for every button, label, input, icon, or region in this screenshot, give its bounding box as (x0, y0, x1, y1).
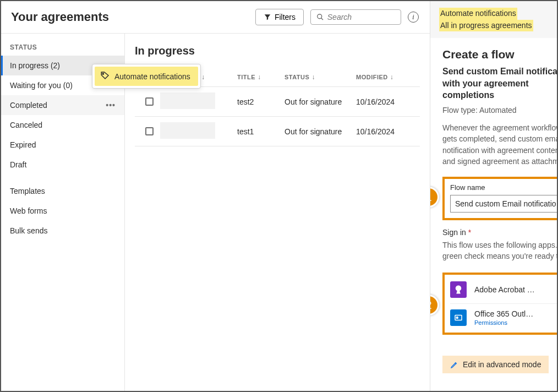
sort-icon: ↓ (201, 73, 205, 81)
sidebar-item-label: In progress (2) (10, 61, 60, 70)
automate-popup-label: Automate notifications (114, 72, 190, 81)
app-name: Office 365 Outl… (474, 309, 555, 318)
search-icon (316, 13, 324, 21)
side-panel: Automate notifications All in progress a… (430, 1, 558, 391)
signin-description: This flow uses the following apps. A gre… (442, 240, 558, 262)
row-checkbox[interactable] (145, 97, 154, 106)
apps-section: 2 Adobe Acrobat … ✓ Office 365 Outl… Per… (442, 273, 558, 335)
panel-context-2: All in progress agreements (439, 20, 533, 32)
table-row[interactable]: test1 Out for signature 10/16/2024 (135, 117, 420, 146)
tag-icon (100, 70, 110, 82)
outlook-icon (450, 309, 467, 326)
flow-name-label: Flow name (450, 183, 558, 192)
flow-name-input[interactable]: Send custom Email notificatio… (450, 195, 558, 213)
sidebar-item-bulksends[interactable]: Bulk sends (1, 221, 124, 241)
row-status: Out for signature (285, 127, 356, 136)
sidebar-item-label: Waiting for you (0) (10, 81, 73, 90)
adobe-icon (450, 281, 467, 298)
sidebar-item-label: Canceled (10, 121, 42, 129)
sidebar-item-webforms[interactable]: Web forms (1, 201, 124, 221)
panel-context-1: Automate notifications (439, 8, 517, 20)
automate-popup[interactable]: Automate notifications (92, 64, 201, 89)
row-title: test2 (237, 97, 285, 106)
flow-type: Flow type: Automated (442, 106, 558, 115)
status-label: STATUS (1, 39, 124, 56)
row-modified: 10/16/2024 (356, 97, 417, 106)
filter-icon (264, 13, 271, 21)
filters-label: Filters (275, 13, 296, 21)
panel-title: Create a flow (442, 48, 558, 61)
app-name: Adobe Acrobat … (474, 285, 555, 294)
signin-label: Sign in * (442, 228, 558, 237)
panel-subtitle: Send custom Email notification with your… (442, 66, 558, 101)
app-row-outlook[interactable]: Office 365 Outl… Permissions ✓ (450, 304, 558, 331)
search-box[interactable] (310, 9, 401, 25)
sidebar-item-label: Expired (10, 140, 36, 149)
sidebar-item-label: Web forms (10, 206, 47, 215)
sidebar-item-label: Draft (10, 160, 26, 169)
content-heading: In progress (135, 45, 420, 57)
page-title: Your agreements (11, 10, 109, 24)
edit-advanced-label: Edit in advanced mode (463, 360, 541, 369)
pencil-icon (450, 361, 458, 369)
row-status: Out for signature (285, 97, 356, 106)
col-modified[interactable]: MODIFIED↓ (356, 73, 417, 81)
edit-advanced-button[interactable]: Edit in advanced mode (442, 356, 549, 373)
svg-point-5 (456, 317, 459, 319)
row-title: test1 (237, 127, 285, 136)
row-modified: 10/16/2024 (356, 127, 417, 136)
callout-1: 1 (430, 187, 439, 208)
sidebar-item-draft[interactable]: Draft (1, 155, 124, 175)
filters-button[interactable]: Filters (255, 9, 304, 25)
row-checkbox[interactable] (145, 127, 154, 135)
col-status[interactable]: STATUS↓ (285, 73, 356, 81)
sidebar-item-label: Completed (10, 101, 47, 110)
app-row-adobe[interactable]: Adobe Acrobat … ✓ (450, 276, 558, 304)
sidebar-item-label: Templates (10, 187, 45, 195)
search-input[interactable] (327, 13, 395, 21)
sidebar-item-label: Bulk sends (10, 226, 47, 235)
sidebar-item-expired[interactable]: Expired (1, 135, 124, 155)
table-row[interactable]: test2 Out for signature 10/16/2024 (135, 87, 420, 117)
col-title[interactable]: TITLE↓ (237, 73, 285, 81)
sort-icon: ↓ (390, 73, 394, 81)
sidebar-item-templates[interactable]: Templates (1, 181, 124, 201)
flow-description: Whenever the agreement workflow gets com… (442, 122, 558, 167)
callout-2: 2 (430, 295, 439, 315)
svg-point-2 (102, 73, 103, 74)
svg-point-0 (318, 14, 322, 19)
sort-icon: ↓ (311, 73, 315, 81)
info-icon[interactable]: i (408, 12, 419, 23)
sidebar-item-canceled[interactable]: Canceled (1, 115, 124, 135)
permissions-link[interactable]: Permissions (474, 319, 555, 326)
sidebar-item-completed[interactable]: Completed ••• (1, 95, 124, 115)
content-area: In progress Automate notifications RECIP… (125, 34, 430, 391)
sort-icon: ↓ (258, 73, 261, 81)
flow-name-section: 1 Flow name Send custom Email notificati… (442, 177, 558, 220)
recipient-redacted (160, 122, 215, 139)
more-icon[interactable]: ••• (106, 101, 116, 110)
svg-line-1 (321, 18, 323, 20)
recipient-redacted (160, 92, 215, 109)
